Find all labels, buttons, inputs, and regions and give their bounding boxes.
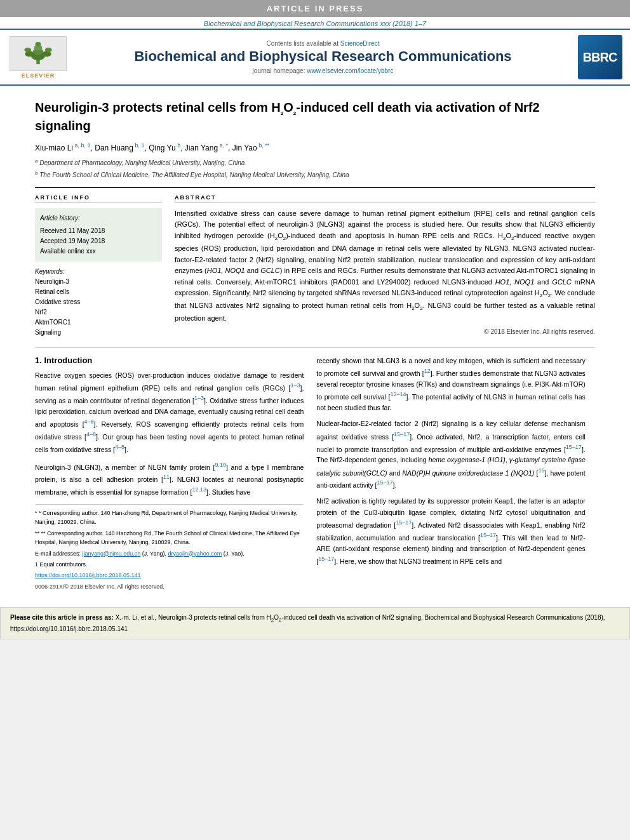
author-5-sup: b, **: [257, 142, 270, 149]
doi-link[interactable]: https://doi.org/10.1016/j.bbrc.2018.05.1…: [35, 572, 141, 578]
intro-right-col: recently shown that NLGN3 is a novel and…: [316, 356, 585, 591]
abstract-label: ABSTRACT: [175, 194, 595, 203]
copyright-line: © 2018 Elsevier Inc. All rights reserved…: [175, 328, 595, 335]
keywords-box: Keywords: Neuroligin-3 Retinal cells Oxi…: [35, 268, 162, 338]
article-in-press-banner: ARTICLE IN PRESS: [0, 0, 630, 17]
ref-4-8c[interactable]: 4–8: [115, 444, 124, 450]
journal-header: ELSEVIER Contents lists available at Sci…: [0, 29, 630, 86]
ref-4-8b[interactable]: 4–8: [86, 431, 96, 437]
journal-ref-text: Biochemical and Biophysical Research Com…: [204, 20, 426, 27]
keyword-4: Nrf2: [35, 307, 162, 317]
intro-para-2: Neuroligin-3 (NLGN3), a member of NLGN f…: [35, 460, 304, 498]
elsevier-logo: [10, 36, 67, 71]
journal-homepage-link[interactable]: www.elsevier.com/locate/ybbrc: [307, 67, 393, 74]
author-1-sup: a, b, 1: [73, 142, 91, 149]
ref-15-17b[interactable]: 15–17: [566, 444, 582, 450]
abstract-col: ABSTRACT Intensified oxidative stress ca…: [175, 194, 595, 338]
doi-line: https://doi.org/10.1016/j.bbrc.2018.05.1…: [35, 571, 304, 580]
citation-prefix: Please cite this article in press as:: [10, 614, 114, 621]
ref-15-17f[interactable]: 15–17: [318, 556, 334, 562]
article-info-label: ARTICLE INFO: [35, 194, 162, 203]
affiliation-1: a Department of Pharmacology, Nanjing Me…: [35, 157, 595, 168]
affiliation-2: b The Fourth School of Clinical Medicine…: [35, 170, 595, 180]
info-abstract-section: ARTICLE INFO Article history: Received 1…: [35, 187, 595, 338]
footnote-email: E-mail addresses: jianyang@njmu.edu.cn (…: [35, 549, 304, 558]
abstract-text: Intensified oxidative stress can cause s…: [175, 208, 595, 324]
article-title: Neuroligin-3 protects retinal cells from…: [35, 98, 595, 135]
received-date: Received 11 May 2018: [40, 226, 157, 236]
svg-point-8: [45, 48, 52, 52]
ref-12[interactable]: 12: [424, 368, 431, 374]
banner-text: ARTICLE IN PRESS: [267, 4, 364, 13]
main-content: Neuroligin-3 protects retinal cells from…: [0, 86, 630, 604]
keyword-1: Neuroligin-3: [35, 277, 162, 287]
footnote-corresponding-1: * * Corresponding author. 140 Han-zhong …: [35, 509, 304, 527]
ref-15-17c[interactable]: 15–17: [377, 479, 393, 486]
ref-15-17e[interactable]: 15–17: [480, 532, 496, 538]
citation-bar: Please cite this article in press as: X.…: [0, 607, 630, 639]
intro-right-para-1: recently shown that NLGN3 is a novel and…: [316, 356, 585, 414]
keyword-3: Oxidative stress: [35, 297, 162, 307]
ref-12-14[interactable]: 12–14: [390, 391, 406, 397]
intro-right-para-3: Nrf2 activation is tightly regulated by …: [316, 496, 585, 566]
ref-15-17a[interactable]: 15–17: [394, 431, 410, 437]
elsevier-tree-icon: [19, 41, 57, 65]
keyword-6: Signaling: [35, 328, 162, 338]
introduction-section: 1. Introduction Reactive oxygen species …: [35, 347, 595, 591]
svg-point-4: [35, 42, 41, 46]
elsevier-brand-text: ELSEVIER: [22, 72, 55, 79]
author-3-sup: b: [176, 142, 181, 149]
article-info-col: ARTICLE INFO Article history: Received 1…: [35, 194, 162, 338]
email-name-2: (J. Yao).: [224, 550, 245, 557]
ref-12-13[interactable]: 12,13: [192, 486, 206, 493]
author-4-sup: a, *: [218, 142, 228, 149]
elsevier-logo-box: ELSEVIER: [6, 36, 70, 79]
ref-11[interactable]: 11: [163, 474, 170, 480]
intro-heading: 1. Introduction: [35, 356, 304, 365]
keywords-label: Keywords:: [35, 268, 162, 275]
contents-line: Contents lists available at ScienceDirec…: [76, 40, 570, 47]
history-label: Article history:: [40, 213, 157, 223]
email-label: E-mail addresses:: [35, 550, 81, 557]
article-history-box: Article history: Received 11 May 2018 Ac…: [35, 208, 162, 262]
ref-1-3a[interactable]: 1–3: [290, 382, 300, 389]
footnote-corresponding-2: ** ** Corresponding author. 140 Hanzhong…: [35, 529, 304, 547]
author-2-sup: b, 1: [133, 142, 145, 149]
author-1-name: Xiu-miao Li: [35, 143, 73, 152]
intro-right-para-2: Nuclear-factor-E2-related factor 2 (Nrf2…: [316, 418, 585, 491]
journal-main-title: Biochemical and Biophysical Research Com…: [76, 48, 570, 65]
authors-line: Xiu-miao Li a, b, 1, Dan Huang b, 1, Qin…: [35, 142, 595, 152]
issn-line: 0006-291X/© 2018 Elsevier Inc. All right…: [35, 582, 304, 591]
email-link-1[interactable]: jianyang@njmu.edu.cn: [83, 550, 141, 557]
bbrc-logo: BBRC: [578, 35, 622, 79]
ref-15-17d[interactable]: 15–17: [396, 519, 412, 526]
journal-ref-line: Biochemical and Biophysical Research Com…: [0, 17, 630, 29]
svg-point-6: [24, 48, 31, 52]
footnote-star-2: **: [35, 530, 41, 537]
ref-1-3b[interactable]: 1–3: [194, 395, 204, 401]
bbrc-logo-box: BBRC: [576, 35, 624, 79]
keyword-2: Retinal cells: [35, 287, 162, 297]
email-link-2[interactable]: dryaojin@yahoo.com: [168, 550, 222, 557]
author-5-name: Jin Yao: [232, 143, 257, 152]
page-container: ARTICLE IN PRESS Biochemical and Biophys…: [0, 0, 630, 639]
keyword-5: AktmTORC1: [35, 317, 162, 328]
author-3-name: Qing Yu: [149, 143, 175, 152]
available-online: Available online xxx: [40, 246, 157, 257]
footnotes-area: * * Corresponding author. 140 Han-zhong …: [35, 504, 304, 591]
author-2-name: Dan Huang: [95, 143, 133, 152]
ref-9-10[interactable]: 9,10: [215, 462, 226, 468]
author-4-name: Jian Yang: [185, 143, 218, 152]
ref-4-8a[interactable]: 4–8: [84, 418, 94, 425]
email-name-1: (J. Yang),: [142, 550, 166, 557]
journal-homepage: journal homepage: www.elsevier.com/locat…: [76, 67, 570, 74]
footnote-equal: 1 Equal contributors.: [35, 560, 304, 569]
intro-para-1: Reactive oxygen species (ROS) over-produ…: [35, 370, 304, 455]
intro-left-col: 1. Introduction Reactive oxygen species …: [35, 356, 304, 591]
ref-15[interactable]: 15: [538, 467, 544, 474]
journal-title-center: Contents lists available at ScienceDirec…: [76, 40, 570, 74]
accepted-date: Accepted 19 May 2018: [40, 236, 157, 246]
affiliations: a Department of Pharmacology, Nanjing Me…: [35, 157, 595, 180]
science-direct-link[interactable]: ScienceDirect: [340, 40, 380, 47]
